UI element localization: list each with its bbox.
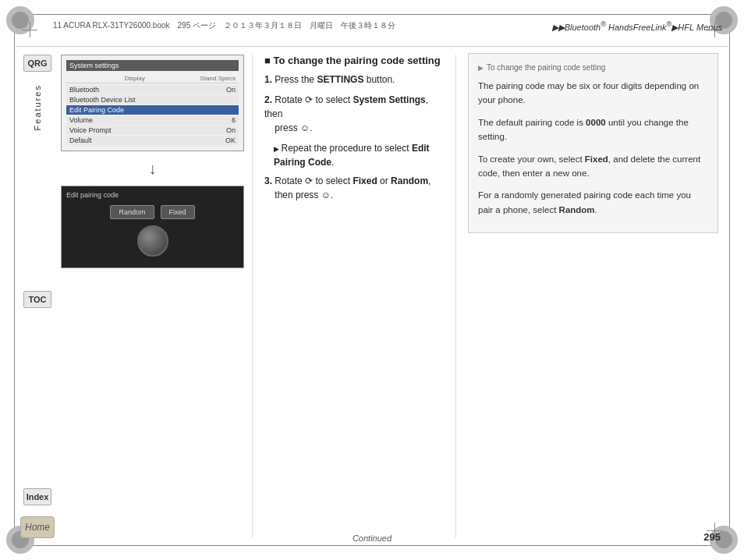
note-p1: The pairing code may be six or four digi… [478, 79, 708, 108]
left-panel: System settings Display Stand.Specs Blue… [61, 47, 252, 546]
page-header: 11 ACURA RLX-31TY26000.book 295 ページ ２０１３… [14, 14, 730, 47]
header-title: ▶▶Bluetooth® HandsFreeLink®▶HFL Menus [552, 20, 722, 33]
step-2: 2. Rotate ⟳ to select System Settings, t… [264, 93, 444, 135]
header-arrows: ▶▶ [552, 23, 565, 32]
step-1: 1. Press the SETTINGS button. [264, 73, 444, 87]
hfl-label: ▶HFL Menus [671, 23, 722, 32]
screen1-col-headers: Display Stand.Specs [66, 74, 239, 83]
screen1-row-default: DefaultOK [66, 136, 239, 145]
note-p2: The default pairing code is 0000 until y… [478, 115, 708, 144]
page-number: 295 [703, 531, 721, 543]
note-header: To change the pairing code setting [478, 62, 708, 74]
random-button[interactable]: Random [110, 205, 154, 219]
note-p4: For a randomly generated pairing code ea… [478, 188, 708, 217]
handsfree-label: HandsFreeLink [606, 23, 667, 32]
note-box: To change the pairing code setting The p… [468, 53, 718, 233]
bluetooth-label: Bluetooth [565, 23, 601, 32]
screen2-buttons: Random Fixed [66, 205, 239, 219]
home-button[interactable]: Home [20, 516, 55, 538]
index-button[interactable]: Index [23, 488, 51, 505]
screen1-title: System settings [66, 60, 239, 71]
step-3: 3. Rotate ⟳ to select Fixed or Random, t… [264, 174, 444, 202]
screen1-row-voice: Voice PromptOn [66, 126, 239, 135]
step-2-sub: Repeat the procedure to select EditPairi… [264, 141, 444, 169]
sidebar: QRG Features TOC Index Home [14, 47, 61, 546]
right-panel: To change the pairing code setting The p… [456, 47, 730, 546]
home-label: Home [25, 522, 50, 533]
file-info: 11 ACURA RLX-31TY26000.book 295 ページ ２０１３… [53, 20, 395, 31]
instruction-title: To change the pairing code setting [264, 55, 444, 66]
features-label: Features [33, 84, 42, 130]
qrg-button[interactable]: QRG [23, 55, 51, 72]
screen2-title: Edit pairing code [66, 191, 239, 199]
screen1-row-bluetooth: BluetoothOn [66, 85, 239, 94]
screen2-knob [137, 225, 168, 257]
main-content: System settings Display Stand.Specs Blue… [61, 47, 730, 546]
fixed-button[interactable]: Fixed [161, 205, 195, 219]
screen1-row-volume: Volume6 [66, 115, 239, 125]
toc-button[interactable]: TOC [23, 291, 51, 308]
reg1: ® [601, 20, 606, 28]
screen2-mockup: Edit pairing code Random Fixed [61, 186, 244, 268]
note-p3: To create your own, select Fixed, and de… [478, 152, 708, 181]
screen1-row-btlist: Bluetooth Device List [66, 95, 239, 105]
middle-panel: To change the pairing code setting 1. Pr… [253, 47, 455, 546]
screen1-mockup: System settings Display Stand.Specs Blue… [61, 55, 244, 151]
footer-continued: Continued [353, 533, 391, 543]
screen1-row-pairing: Edit Pairing Code [66, 105, 239, 115]
arrow-down: ↓ [61, 161, 244, 176]
